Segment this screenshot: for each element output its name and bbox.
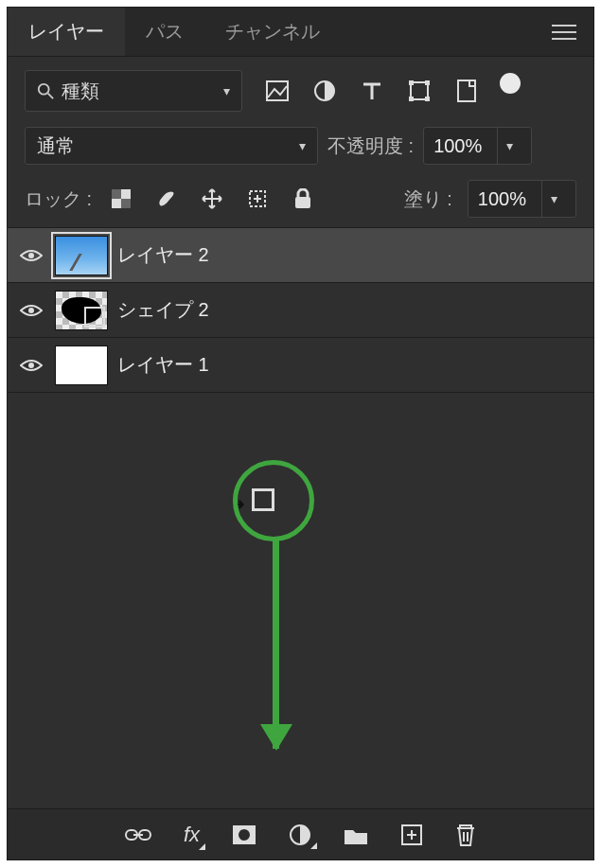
lock-all-icon[interactable] <box>289 185 317 213</box>
svg-rect-9 <box>458 80 475 101</box>
trash-icon[interactable] <box>455 823 476 847</box>
svg-point-22 <box>239 829 250 841</box>
fill-label: 塗り : <box>404 186 452 212</box>
opacity-value: 100% <box>433 135 482 157</box>
panel-tabs: レイヤー パス チャンネル <box>8 8 593 57</box>
layer-row[interactable]: シェイプ 2 <box>8 283 593 338</box>
layer-thumbnail[interactable] <box>55 291 108 330</box>
svg-rect-6 <box>425 80 430 85</box>
layers-bottom-bar: fx <box>8 808 593 859</box>
filter-icons <box>256 71 576 111</box>
annotation-circle <box>233 460 314 541</box>
fx-icon[interactable]: fx <box>184 823 200 847</box>
svg-point-0 <box>39 84 49 95</box>
new-layer-icon[interactable] <box>400 824 423 846</box>
fill-value: 100% <box>478 188 526 210</box>
group-icon[interactable] <box>344 824 368 845</box>
visibility-toggle[interactable] <box>17 303 45 318</box>
svg-point-17 <box>28 363 34 368</box>
chevron-down-icon: ▾ <box>506 138 513 153</box>
layer-thumbnail[interactable] <box>55 345 108 385</box>
opacity-input[interactable]: 100% ▾ <box>423 127 532 165</box>
layer-name[interactable]: シェイプ 2 <box>117 297 209 323</box>
tab-channels[interactable]: チャンネル <box>204 8 341 56</box>
filter-type-icon[interactable] <box>358 77 386 105</box>
layer-name[interactable]: レイヤー 1 <box>117 352 209 378</box>
add-mask-icon[interactable] <box>232 824 256 845</box>
blend-mode-value: 通常 <box>37 133 75 159</box>
annotation-arrow <box>273 539 279 749</box>
filter-toggle[interactable] <box>500 71 524 111</box>
lock-move-icon[interactable] <box>198 185 226 213</box>
filter-adjust-icon[interactable] <box>310 77 339 105</box>
chevron-down-icon: ▾ <box>223 83 230 98</box>
search-icon <box>37 82 54 99</box>
panel-menu-icon[interactable] <box>535 24 593 41</box>
svg-point-16 <box>28 308 34 313</box>
lock-artboard-icon[interactable] <box>243 185 272 213</box>
layers-panel: レイヤー パス チャンネル 種類 ▾ <box>7 7 594 860</box>
filter-type-label: 種類 <box>62 79 99 104</box>
filter-smart-icon[interactable] <box>452 77 481 105</box>
layer-thumbnail[interactable] <box>55 236 108 275</box>
blend-row: 通常 ▾ 不透明度 : 100% ▾ <box>8 121 593 174</box>
filter-row: 種類 ▾ <box>8 57 593 121</box>
adjustment-layer-icon[interactable] <box>289 824 311 846</box>
tab-layers[interactable]: レイヤー <box>8 8 125 56</box>
visibility-toggle[interactable] <box>17 248 45 263</box>
filter-pixel-icon[interactable] <box>263 77 292 105</box>
svg-line-1 <box>48 94 53 98</box>
layers-list: レイヤー 2 シェイプ 2 レイヤー 1 ↳ アイコンが変化します。 <box>8 228 593 808</box>
svg-rect-11 <box>112 189 121 199</box>
tab-paths[interactable]: パス <box>125 8 204 56</box>
chevron-down-icon: ▾ <box>299 138 306 153</box>
visibility-toggle[interactable] <box>17 358 45 373</box>
fill-input[interactable]: 100% ▾ <box>468 180 576 218</box>
svg-point-15 <box>28 253 34 258</box>
toggle-dot-icon <box>500 73 521 94</box>
lock-paint-icon[interactable] <box>152 185 181 213</box>
svg-rect-12 <box>121 199 131 208</box>
opacity-label: 不透明度 : <box>327 133 414 159</box>
link-layers-icon[interactable] <box>125 827 151 842</box>
filter-shape-icon[interactable] <box>405 77 433 105</box>
layer-name[interactable]: レイヤー 2 <box>117 242 209 268</box>
svg-rect-5 <box>409 80 414 85</box>
layer-row[interactable]: レイヤー 1 <box>8 338 593 393</box>
layer-row[interactable]: レイヤー 2 <box>8 228 593 283</box>
clip-arrow-icon: ↳ <box>231 490 247 513</box>
lock-row: ロック : 塗り : 100% ▾ <box>8 174 593 228</box>
lock-transparent-icon[interactable] <box>107 185 135 213</box>
filter-type-select[interactable]: 種類 ▾ <box>25 70 242 112</box>
svg-rect-8 <box>425 97 430 101</box>
lock-label: ロック : <box>25 186 92 212</box>
svg-rect-7 <box>409 97 414 101</box>
clip-square-icon <box>252 488 274 511</box>
clipping-mask-indicator: ↳ <box>231 488 274 511</box>
blend-mode-select[interactable]: 通常 ▾ <box>25 127 318 165</box>
chevron-down-icon: ▾ <box>551 191 557 206</box>
svg-rect-14 <box>295 197 310 208</box>
